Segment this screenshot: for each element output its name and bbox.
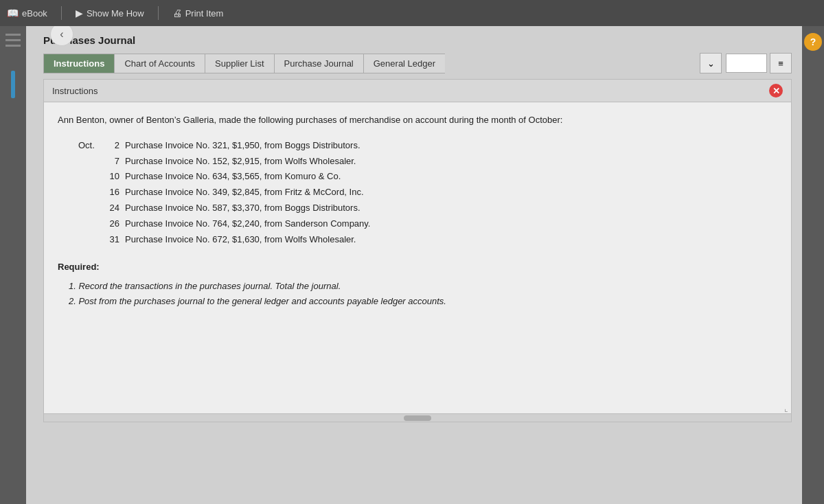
tr-desc-6: Purchase Invoice No. 672, $1,630, from W… <box>125 233 356 247</box>
show-me-how-icon: ▶ <box>76 8 83 19</box>
table-row: 16 Purchase Invoice No. 349, $2,845, fro… <box>78 185 777 200</box>
tab-instructions[interactable]: Instructions <box>43 54 114 73</box>
table-row: Oct. 2 Purchase Invoice No. 321, $1,950,… <box>78 139 777 153</box>
tr-day-2: 10 <box>106 170 125 184</box>
toolbar-sep-1 <box>61 6 62 20</box>
instructions-body: Ann Benton, owner of Benton’s Galleria, … <box>44 102 791 320</box>
tr-day-5: 26 <box>106 217 125 231</box>
print-item-label: Print Item <box>185 8 224 19</box>
tr-month-2 <box>78 170 106 184</box>
tr-month-4 <box>78 201 106 216</box>
tabs-bar: Instructions Chart of Accounts Supplier … <box>43 53 792 73</box>
show-me-how-label: Show Me How <box>87 8 144 19</box>
table-row: 24 Purchase Invoice No. 587, $3,370, fro… <box>78 201 777 216</box>
main-container: ‹ Purchases Journal Instructions Chart o… <box>0 26 824 504</box>
tr-month-1 <box>78 154 106 169</box>
tr-desc-3: Purchase Invoice No. 349, $2,845, from F… <box>125 185 364 200</box>
tr-desc-0: Purchase Invoice No. 321, $1,950, from B… <box>125 139 360 153</box>
tab-purchase-journal[interactable]: Purchase Journal <box>274 54 363 73</box>
tr-day-6: 31 <box>106 233 125 247</box>
content-area: ‹ Purchases Journal Instructions Chart o… <box>26 26 802 504</box>
tr-day-3: 16 <box>106 185 125 200</box>
table-row: 10 Purchase Invoice No. 634, $3,565, fro… <box>78 170 777 184</box>
sidebar-blue-bar <box>11 71 15 98</box>
show-me-how-item[interactable]: ▶ Show Me How <box>76 8 144 19</box>
tr-desc-1: Purchase Invoice No. 152, $2,915, from W… <box>125 154 356 169</box>
tr-desc-5: Purchase Invoice No. 764, $2,240, from S… <box>125 217 370 231</box>
chevron-down-icon: ⌄ <box>707 58 715 69</box>
page-title: Purchases Journal <box>43 34 792 46</box>
tab-supplier-list[interactable]: Supplier List <box>205 54 274 73</box>
sidebar-lines <box>5 33 21 47</box>
sidebar-line-2 <box>5 39 21 41</box>
tr-day-0: 2 <box>106 139 125 153</box>
close-button[interactable]: ✕ <box>769 84 783 98</box>
top-toolbar: 📖 eBook ▶ Show Me How 🖨 Print Item <box>0 0 824 26</box>
tr-desc-2: Purchase Invoice No. 634, $3,565, from K… <box>125 170 341 184</box>
toolbar-sep-2 <box>158 6 159 20</box>
table-row: 7 Purchase Invoice No. 152, $2,915, from… <box>78 154 777 169</box>
ebook-item[interactable]: 📖 eBook <box>7 8 47 19</box>
print-icon: 🖨 <box>172 8 182 19</box>
left-sidebar <box>0 26 26 504</box>
tab-general-ledger[interactable]: General Ledger <box>363 54 445 73</box>
intro-text: Ann Benton, owner of Benton’s Galleria, … <box>58 113 777 128</box>
help-icon[interactable]: ? <box>804 33 822 51</box>
ebook-label: eBook <box>22 8 47 19</box>
right-sidebar: ? <box>802 26 824 504</box>
instructions-panel: Instructions ✕ Ann Benton, owner of Bent… <box>43 79 792 422</box>
tr-month-0: Oct. <box>78 139 106 153</box>
tab-menu-button[interactable]: ≡ <box>770 53 792 73</box>
panel-resize-handle[interactable]: ⌞ <box>781 404 791 413</box>
ebook-icon: 📖 <box>7 8 19 19</box>
tr-day-1: 7 <box>106 154 125 169</box>
panel-scrollbar[interactable] <box>44 413 791 422</box>
instructions-header-label: Instructions <box>52 86 98 96</box>
required-title: Required: <box>58 260 777 275</box>
scrollbar-thumb <box>404 415 431 421</box>
transactions-table: Oct. 2 Purchase Invoice No. 321, $1,950,… <box>78 139 777 247</box>
table-row: 31 Purchase Invoice No. 672, $1,630, fro… <box>78 233 777 247</box>
print-item-item[interactable]: 🖨 Print Item <box>172 8 224 19</box>
required-item-2: 2. Post from the purchases journal to th… <box>69 294 777 309</box>
required-item-1: 1. Record the transactions in the purcha… <box>69 279 777 294</box>
tr-month-3 <box>78 185 106 200</box>
tab-search-input[interactable] <box>726 54 767 73</box>
instructions-header: Instructions ✕ <box>44 80 791 102</box>
tr-month-5 <box>78 217 106 231</box>
menu-icon: ≡ <box>778 58 783 69</box>
sidebar-line-1 <box>5 34 21 36</box>
tr-month-6 <box>78 233 106 247</box>
required-section: Required: 1. Record the transactions in … <box>58 260 777 309</box>
table-row: 26 Purchase Invoice No. 764, $2,240, fro… <box>78 217 777 231</box>
sidebar-line-3 <box>5 45 21 47</box>
tr-desc-4: Purchase Invoice No. 587, $3,370, from B… <box>125 201 360 216</box>
tab-dropdown[interactable]: ⌄ <box>700 53 722 73</box>
tab-chart-of-accounts[interactable]: Chart of Accounts <box>114 54 205 73</box>
tr-day-4: 24 <box>106 201 125 216</box>
